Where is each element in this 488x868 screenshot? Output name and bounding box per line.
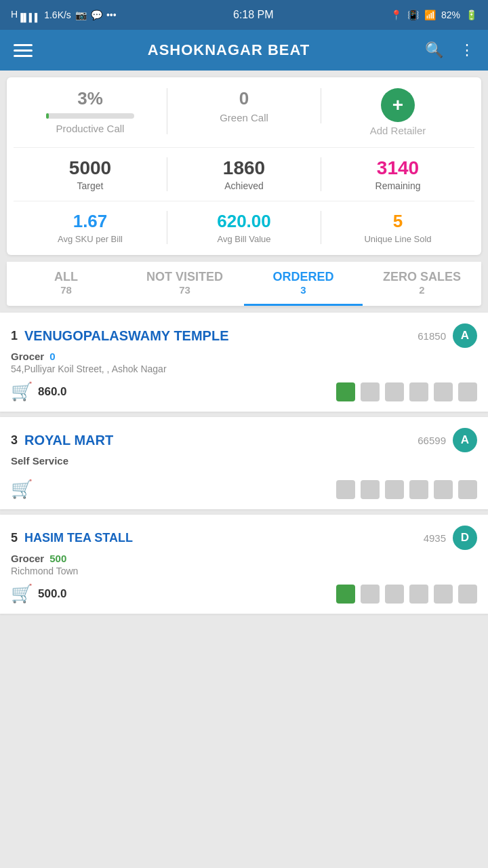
- store-1-dots: [336, 382, 477, 401]
- speed-text: 1.6K/s: [44, 9, 71, 20]
- avg-sku-label: Avg SKU per Bill: [14, 234, 167, 244]
- dot-5-2: [361, 585, 380, 604]
- tab-zero-sales[interactable]: ZERO SALES 2: [363, 262, 481, 306]
- store-card-1[interactable]: 1 VENUGOPALASWAMY TEMPLE 61850 A Grocer …: [0, 313, 488, 412]
- cart-icon-3: 🛒: [11, 479, 33, 500]
- dot-5: [434, 382, 453, 401]
- store-3-num: 3: [11, 433, 18, 448]
- dot-2: [361, 382, 380, 401]
- status-left: H▐▌▌▌ 1.6K/s 📷 💬 •••: [11, 9, 117, 22]
- tab-bar: ALL 78 NOT VISITED 73 ORDERED 3 ZERO SAL…: [7, 262, 481, 306]
- time-text: 6:18 PM: [233, 9, 274, 21]
- store-3-type-row: Self Service: [11, 455, 477, 467]
- store-1-header: 1 VENUGOPALASWAMY TEMPLE 61850 A: [11, 323, 477, 348]
- more-options-icon[interactable]: ⋮: [460, 41, 474, 59]
- dot-6: [458, 382, 477, 401]
- chat-icon: 💬: [91, 9, 102, 20]
- achieved-col: 1860 Achieved: [167, 157, 321, 191]
- stats-top-row: 3% Productive Call 0 Green Call + Add Re…: [7, 88, 481, 147]
- cart-icon: 🛒: [11, 381, 33, 402]
- target-col: 5000 Target: [14, 157, 167, 191]
- add-retailer-col[interactable]: + Add Retailer: [321, 88, 474, 136]
- hamburger-menu-button[interactable]: [14, 44, 33, 57]
- achieved-value: 1860: [167, 157, 321, 179]
- store-card-3[interactable]: 3 ROYAL MART 66599 A Self Service 🛒: [0, 417, 488, 509]
- tab-ordered[interactable]: ORDERED 3: [244, 262, 363, 306]
- store-3-id: 66599: [418, 435, 446, 446]
- dot-1: [336, 382, 355, 401]
- avg-bill-value: 620.00: [167, 211, 321, 232]
- nav-bar: ASHOKNAGAR BEAT 🔍 ⋮: [0, 30, 488, 71]
- unique-line-value: 5: [321, 211, 474, 232]
- dot-3-1: [336, 480, 355, 499]
- store-3-name-row: 3 ROYAL MART: [11, 433, 418, 448]
- tab-ordered-label: ORDERED: [247, 270, 360, 284]
- stats-card: 3% Productive Call 0 Green Call + Add Re…: [7, 77, 481, 255]
- store-5-badge: D: [453, 526, 477, 550]
- store-5-footer: 🛒 500.0: [11, 583, 477, 604]
- store-3-name: ROYAL MART: [24, 433, 113, 448]
- tab-not-visited-label: NOT VISITED: [128, 270, 241, 284]
- progress-bar-wrap: [14, 113, 167, 119]
- progress-bar-fill: [46, 113, 49, 119]
- add-retailer-icon[interactable]: +: [381, 88, 415, 122]
- signal-icon: H▐▌▌▌: [11, 9, 40, 22]
- store-1-footer: 🛒 860.0: [11, 381, 477, 402]
- stats-mid-row: 5000 Target 1860 Achieved 3140 Remaining: [7, 148, 481, 201]
- store-1-num: 1: [11, 329, 18, 343]
- productive-call-label: Productive Call: [14, 123, 167, 134]
- avg-sku-col: 1.67 Avg SKU per Bill: [14, 211, 167, 244]
- camera-icon: 📷: [75, 9, 87, 20]
- battery-icon: 🔋: [466, 9, 477, 20]
- dot-3-3: [385, 480, 404, 499]
- productive-call-col: 3% Productive Call: [14, 88, 167, 134]
- tab-all-count: 78: [60, 284, 72, 296]
- tab-all[interactable]: ALL 78: [7, 262, 125, 306]
- more-icon: •••: [106, 9, 117, 20]
- store-3-footer: 🛒: [11, 479, 477, 500]
- store-1-cart-value: 860.0: [38, 385, 67, 399]
- avg-bill-label: Avg Bill Value: [167, 234, 321, 244]
- dot-5-6: [458, 585, 477, 604]
- remaining-col: 3140 Remaining: [321, 157, 474, 191]
- store-1-address: 54,Pulliyar Koil Street, , Ashok Nagar: [11, 363, 477, 374]
- avg-sku-value: 1.67: [14, 211, 167, 232]
- tab-all-label: ALL: [9, 270, 123, 284]
- bottom-spacer: [0, 620, 488, 641]
- add-retailer-label: Add Retailer: [321, 125, 474, 136]
- remaining-value: 3140: [321, 157, 474, 179]
- status-right: 📍 📳 📶 82% 🔋: [390, 9, 477, 20]
- cart-icon-5: 🛒: [11, 583, 33, 604]
- nav-title: ASHOKNAGAR BEAT: [148, 41, 310, 59]
- productive-call-percent: 3%: [14, 88, 167, 109]
- store-1-type-row: Grocer 0: [11, 351, 477, 362]
- progress-bar-bg: [46, 113, 134, 119]
- store-3-badge: A: [453, 428, 477, 452]
- store-3-dots: [336, 480, 477, 499]
- nav-icons: 🔍 ⋮: [425, 41, 474, 59]
- location-icon: 📍: [390, 9, 402, 20]
- dot-3-2: [361, 480, 380, 499]
- dot-5-3: [385, 585, 404, 604]
- dot-5-1: [336, 585, 355, 604]
- search-icon[interactable]: 🔍: [425, 41, 443, 59]
- store-5-type: Grocer: [11, 553, 44, 564]
- store-5-header: 5 Hasim Tea Stall 4935 D: [11, 526, 477, 550]
- avg-bill-col: 620.00 Avg Bill Value: [167, 211, 321, 244]
- status-bar: H▐▌▌▌ 1.6K/s 📷 💬 ••• 6:18 PM 📍 📳 📶 82% 🔋: [0, 0, 488, 30]
- tab-not-visited-count: 73: [179, 284, 190, 296]
- store-3-cart-row: 🛒: [11, 479, 33, 500]
- store-1-badge: A: [453, 323, 477, 348]
- remaining-label: Remaining: [321, 180, 474, 191]
- tab-not-visited[interactable]: NOT VISITED 73: [125, 262, 244, 306]
- store-card-5[interactable]: 5 Hasim Tea Stall 4935 D Grocer 500 Rich…: [0, 515, 488, 614]
- store-1-type-count: 0: [49, 351, 55, 362]
- green-call-col: 0 Green Call: [167, 88, 321, 123]
- store-1-name: VENUGOPALASWAMY TEMPLE: [24, 328, 229, 344]
- vibrate-icon: 📳: [407, 9, 419, 20]
- store-5-address: Richmond Town: [11, 566, 477, 576]
- store-5-cart-row: 🛒 500.0: [11, 583, 67, 604]
- store-5-num: 5: [11, 531, 18, 545]
- store-1-cart-row: 🛒 860.0: [11, 381, 67, 402]
- store-3-header: 3 ROYAL MART 66599 A: [11, 428, 477, 452]
